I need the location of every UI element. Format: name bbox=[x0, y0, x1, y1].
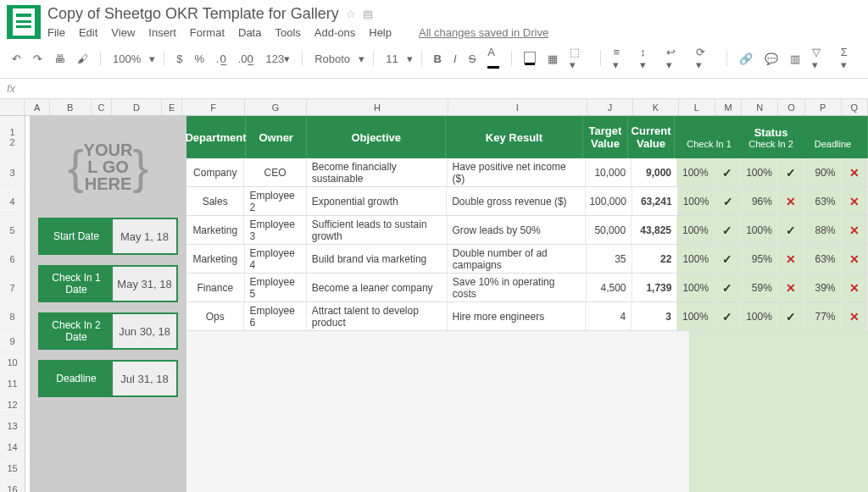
row-header[interactable]: 10 bbox=[0, 352, 25, 373]
save-status[interactable]: All changes saved in Drive bbox=[419, 26, 548, 39]
col-header-O[interactable]: O bbox=[778, 99, 804, 115]
cell[interactable]: 59% bbox=[742, 274, 778, 301]
header-owner[interactable]: Owner bbox=[246, 116, 307, 158]
select-all-corner[interactable] bbox=[0, 99, 25, 115]
col-header-B[interactable]: B bbox=[50, 99, 92, 115]
cell[interactable]: 3 bbox=[632, 302, 677, 330]
merge-cells-button[interactable]: ⬚ ▾ bbox=[566, 44, 592, 73]
row-header[interactable]: 14 bbox=[0, 437, 25, 458]
col-header-C[interactable]: C bbox=[92, 99, 112, 115]
col-header-N[interactable]: N bbox=[742, 99, 778, 115]
insert-comment-icon[interactable]: 💬 bbox=[761, 51, 782, 67]
deadline-date-value[interactable]: Jul 31, 18 bbox=[113, 362, 176, 395]
menu-insert[interactable]: Insert bbox=[148, 26, 176, 39]
header-current-value[interactable]: Current Value bbox=[628, 116, 675, 158]
row-header[interactable]: 12 bbox=[0, 395, 25, 416]
cell[interactable]: 4 bbox=[586, 302, 632, 330]
menu-view[interactable]: View bbox=[111, 26, 135, 39]
decrease-decimal-button[interactable]: .0̲ bbox=[213, 51, 230, 67]
menu-tools[interactable]: Tools bbox=[275, 26, 300, 39]
strikethrough-button[interactable]: S bbox=[465, 51, 480, 67]
cell[interactable]: 39% bbox=[804, 274, 841, 301]
col-header-M[interactable]: M bbox=[715, 99, 742, 115]
cell[interactable]: Have positive net income ($) bbox=[448, 158, 587, 186]
cell[interactable]: ✕ bbox=[842, 302, 868, 330]
cell[interactable]: ✕ bbox=[842, 158, 868, 186]
menu-addons[interactable]: Add-ons bbox=[314, 26, 355, 39]
row-header[interactable]: 15 bbox=[0, 458, 25, 479]
cell[interactable]: 9,000 bbox=[632, 158, 677, 186]
cell[interactable]: 95% bbox=[742, 245, 778, 273]
col-header-H[interactable]: H bbox=[307, 99, 448, 115]
increase-decimal-button[interactable]: .00̲ bbox=[235, 51, 258, 67]
cell[interactable]: ✕ bbox=[842, 274, 869, 301]
text-wrap-button[interactable]: ↩ ▾ bbox=[663, 44, 687, 73]
cell[interactable]: ✓ bbox=[715, 274, 742, 301]
cell[interactable]: ✓ bbox=[715, 158, 741, 186]
zoom-select[interactable]: 100% bbox=[109, 51, 144, 67]
row-header[interactable]: 3 bbox=[0, 158, 25, 187]
cell[interactable]: ✓ bbox=[778, 302, 804, 330]
number-format-button[interactable]: 123▾ bbox=[262, 51, 293, 67]
cell[interactable]: ✕ bbox=[842, 245, 869, 273]
horizontal-align-button[interactable]: ≡ ▾ bbox=[609, 44, 632, 73]
cell[interactable]: 35 bbox=[587, 245, 632, 273]
header-objective[interactable]: Objective bbox=[307, 116, 446, 158]
okr-row[interactable]: MarketingEmployee 4Build brand via marke… bbox=[186, 245, 868, 274]
cell[interactable]: 63,241 bbox=[632, 187, 678, 215]
cell[interactable]: ✓ bbox=[778, 158, 804, 186]
cell[interactable]: 100% bbox=[677, 158, 715, 186]
cell[interactable]: 100% bbox=[741, 216, 778, 244]
cell[interactable]: ✕ bbox=[778, 245, 805, 273]
cell[interactable]: Finance bbox=[186, 274, 245, 301]
italic-button[interactable]: I bbox=[450, 51, 460, 67]
col-header-I[interactable]: I bbox=[448, 99, 587, 115]
okr-row[interactable]: OpsEmployee 6Attract talent to develop p… bbox=[186, 302, 868, 331]
cell[interactable]: Build brand via marketing bbox=[307, 245, 448, 273]
okr-row[interactable]: MarketingEmployee 3Sufficient leads to s… bbox=[186, 216, 868, 245]
okr-row[interactable]: CompanyCEOBecome financially sustainable… bbox=[186, 158, 868, 187]
checkin2-date-value[interactable]: Jun 30, 18 bbox=[113, 314, 176, 348]
okr-row[interactable]: FinanceEmployee 5Become a leaner company… bbox=[186, 274, 868, 302]
menu-help[interactable]: Help bbox=[369, 26, 392, 39]
cell[interactable]: 100% bbox=[741, 302, 778, 330]
cell[interactable]: Marketing bbox=[186, 245, 245, 273]
cell[interactable]: 100,000 bbox=[586, 187, 632, 215]
cell[interactable]: Employee 3 bbox=[244, 216, 306, 244]
header-department[interactable]: Department bbox=[186, 116, 246, 158]
text-color-button[interactable]: A bbox=[484, 44, 503, 73]
cell[interactable]: Become financially sustainable bbox=[307, 158, 448, 186]
cell[interactable]: Double gross revenue ($) bbox=[447, 187, 586, 215]
cell[interactable]: Company bbox=[186, 158, 244, 186]
checkin1-date-value[interactable]: May 31, 18 bbox=[113, 267, 176, 301]
star-icon[interactable]: ☆ bbox=[346, 8, 356, 20]
cell[interactable]: Employee 5 bbox=[245, 274, 307, 301]
row-header[interactable]: 11 bbox=[0, 373, 25, 395]
insert-link-icon[interactable]: 🔗 bbox=[736, 51, 756, 67]
cell[interactable]: 100% bbox=[677, 302, 715, 330]
col-header-D[interactable]: D bbox=[112, 99, 162, 115]
cell[interactable]: ✓ bbox=[778, 216, 804, 244]
format-currency-button[interactable]: $ bbox=[173, 51, 186, 67]
sheet-content[interactable]: { YOUR L GO HERE } Start Date May 1, 18 … bbox=[25, 116, 868, 492]
cell[interactable]: 43,825 bbox=[632, 216, 677, 244]
cell[interactable]: ✓ bbox=[715, 302, 741, 330]
cell[interactable]: Become a leaner company bbox=[307, 274, 448, 301]
text-rotation-button[interactable]: ⟳ ▾ bbox=[693, 44, 717, 73]
header-checkin2[interactable]: Check In 2 bbox=[740, 139, 802, 149]
cell[interactable]: Employee 2 bbox=[244, 187, 306, 215]
cell[interactable]: ✕ bbox=[842, 187, 868, 215]
row-header[interactable]: 12 bbox=[0, 116, 25, 158]
cell[interactable]: Hire more engineers bbox=[448, 302, 587, 330]
header-checkin1[interactable]: Check In 1 bbox=[678, 139, 740, 149]
cell[interactable]: 100% bbox=[741, 158, 778, 186]
cell[interactable]: ✓ bbox=[715, 245, 742, 273]
cell[interactable]: Employee 6 bbox=[244, 302, 306, 330]
start-date-value[interactable]: May 1, 18 bbox=[113, 219, 176, 253]
cell[interactable]: 63% bbox=[804, 245, 841, 273]
cell[interactable]: 100% bbox=[678, 187, 715, 215]
formula-bar[interactable]: fx bbox=[0, 79, 868, 99]
cell[interactable]: Sales bbox=[186, 187, 244, 215]
format-percent-button[interactable]: % bbox=[191, 51, 208, 67]
filter-icon[interactable]: ▽ ▾ bbox=[809, 44, 832, 73]
